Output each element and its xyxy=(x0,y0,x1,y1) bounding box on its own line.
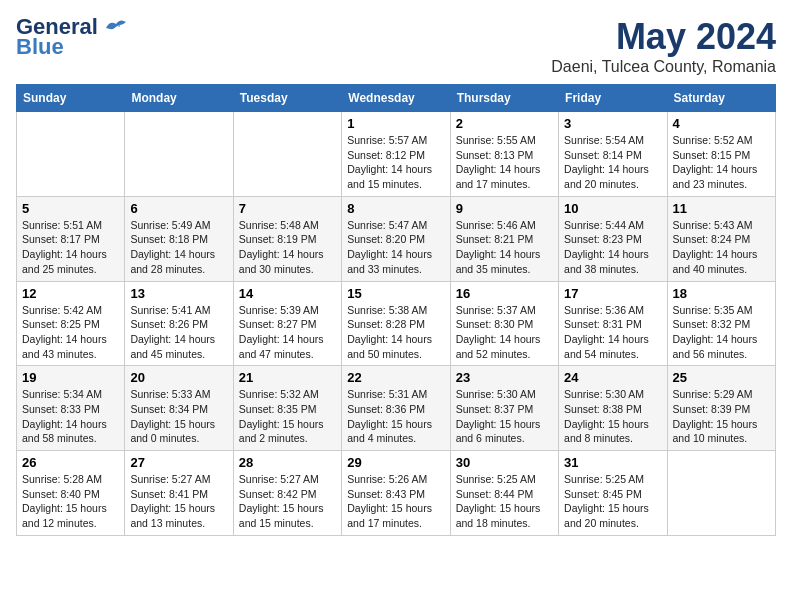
day-number: 25 xyxy=(673,370,770,385)
day-detail: Sunrise: 5:57 AM Sunset: 8:12 PM Dayligh… xyxy=(347,133,444,192)
day-detail: Sunrise: 5:52 AM Sunset: 8:15 PM Dayligh… xyxy=(673,133,770,192)
calendar-cell: 29Sunrise: 5:26 AM Sunset: 8:43 PM Dayli… xyxy=(342,451,450,536)
day-number: 4 xyxy=(673,116,770,131)
day-number: 16 xyxy=(456,286,553,301)
day-number: 17 xyxy=(564,286,661,301)
day-detail: Sunrise: 5:30 AM Sunset: 8:37 PM Dayligh… xyxy=(456,387,553,446)
day-detail: Sunrise: 5:51 AM Sunset: 8:17 PM Dayligh… xyxy=(22,218,119,277)
day-number: 10 xyxy=(564,201,661,216)
day-number: 9 xyxy=(456,201,553,216)
day-detail: Sunrise: 5:30 AM Sunset: 8:38 PM Dayligh… xyxy=(564,387,661,446)
calendar-cell: 16Sunrise: 5:37 AM Sunset: 8:30 PM Dayli… xyxy=(450,281,558,366)
calendar-cell: 26Sunrise: 5:28 AM Sunset: 8:40 PM Dayli… xyxy=(17,451,125,536)
calendar-cell: 31Sunrise: 5:25 AM Sunset: 8:45 PM Dayli… xyxy=(559,451,667,536)
day-detail: Sunrise: 5:47 AM Sunset: 8:20 PM Dayligh… xyxy=(347,218,444,277)
main-title: May 2024 xyxy=(551,16,776,58)
calendar-cell: 23Sunrise: 5:30 AM Sunset: 8:37 PM Dayli… xyxy=(450,366,558,451)
day-number: 11 xyxy=(673,201,770,216)
calendar-cell xyxy=(125,112,233,197)
day-number: 20 xyxy=(130,370,227,385)
day-number: 2 xyxy=(456,116,553,131)
day-detail: Sunrise: 5:25 AM Sunset: 8:45 PM Dayligh… xyxy=(564,472,661,531)
day-number: 13 xyxy=(130,286,227,301)
calendar-cell: 8Sunrise: 5:47 AM Sunset: 8:20 PM Daylig… xyxy=(342,196,450,281)
day-number: 27 xyxy=(130,455,227,470)
day-detail: Sunrise: 5:44 AM Sunset: 8:23 PM Dayligh… xyxy=(564,218,661,277)
day-number: 28 xyxy=(239,455,336,470)
weekday-header-thursday: Thursday xyxy=(450,85,558,112)
calendar-cell: 30Sunrise: 5:25 AM Sunset: 8:44 PM Dayli… xyxy=(450,451,558,536)
day-detail: Sunrise: 5:48 AM Sunset: 8:19 PM Dayligh… xyxy=(239,218,336,277)
day-detail: Sunrise: 5:32 AM Sunset: 8:35 PM Dayligh… xyxy=(239,387,336,446)
day-number: 26 xyxy=(22,455,119,470)
day-detail: Sunrise: 5:42 AM Sunset: 8:25 PM Dayligh… xyxy=(22,303,119,362)
day-detail: Sunrise: 5:28 AM Sunset: 8:40 PM Dayligh… xyxy=(22,472,119,531)
calendar-cell: 19Sunrise: 5:34 AM Sunset: 8:33 PM Dayli… xyxy=(17,366,125,451)
day-number: 24 xyxy=(564,370,661,385)
day-detail: Sunrise: 5:29 AM Sunset: 8:39 PM Dayligh… xyxy=(673,387,770,446)
day-detail: Sunrise: 5:54 AM Sunset: 8:14 PM Dayligh… xyxy=(564,133,661,192)
calendar-cell: 24Sunrise: 5:30 AM Sunset: 8:38 PM Dayli… xyxy=(559,366,667,451)
calendar-cell: 3Sunrise: 5:54 AM Sunset: 8:14 PM Daylig… xyxy=(559,112,667,197)
day-detail: Sunrise: 5:43 AM Sunset: 8:24 PM Dayligh… xyxy=(673,218,770,277)
day-detail: Sunrise: 5:33 AM Sunset: 8:34 PM Dayligh… xyxy=(130,387,227,446)
calendar-cell: 5Sunrise: 5:51 AM Sunset: 8:17 PM Daylig… xyxy=(17,196,125,281)
calendar-cell: 18Sunrise: 5:35 AM Sunset: 8:32 PM Dayli… xyxy=(667,281,775,366)
calendar-cell: 14Sunrise: 5:39 AM Sunset: 8:27 PM Dayli… xyxy=(233,281,341,366)
weekday-header-row: SundayMondayTuesdayWednesdayThursdayFrid… xyxy=(17,85,776,112)
day-detail: Sunrise: 5:35 AM Sunset: 8:32 PM Dayligh… xyxy=(673,303,770,362)
day-detail: Sunrise: 5:41 AM Sunset: 8:26 PM Dayligh… xyxy=(130,303,227,362)
day-number: 14 xyxy=(239,286,336,301)
calendar-cell: 13Sunrise: 5:41 AM Sunset: 8:26 PM Dayli… xyxy=(125,281,233,366)
calendar-cell xyxy=(233,112,341,197)
weekday-header-sunday: Sunday xyxy=(17,85,125,112)
day-number: 7 xyxy=(239,201,336,216)
day-detail: Sunrise: 5:49 AM Sunset: 8:18 PM Dayligh… xyxy=(130,218,227,277)
day-number: 22 xyxy=(347,370,444,385)
page-header: General Blue May 2024 Daeni, Tulcea Coun… xyxy=(16,16,776,76)
calendar-cell: 25Sunrise: 5:29 AM Sunset: 8:39 PM Dayli… xyxy=(667,366,775,451)
calendar-cell: 7Sunrise: 5:48 AM Sunset: 8:19 PM Daylig… xyxy=(233,196,341,281)
day-detail: Sunrise: 5:37 AM Sunset: 8:30 PM Dayligh… xyxy=(456,303,553,362)
day-number: 23 xyxy=(456,370,553,385)
calendar-cell: 10Sunrise: 5:44 AM Sunset: 8:23 PM Dayli… xyxy=(559,196,667,281)
weekday-header-monday: Monday xyxy=(125,85,233,112)
title-block: May 2024 Daeni, Tulcea County, Romania xyxy=(551,16,776,76)
calendar-cell: 11Sunrise: 5:43 AM Sunset: 8:24 PM Dayli… xyxy=(667,196,775,281)
weekday-header-saturday: Saturday xyxy=(667,85,775,112)
logo-bird-icon xyxy=(102,16,130,38)
calendar-table: SundayMondayTuesdayWednesdayThursdayFrid… xyxy=(16,84,776,536)
day-detail: Sunrise: 5:26 AM Sunset: 8:43 PM Dayligh… xyxy=(347,472,444,531)
day-detail: Sunrise: 5:38 AM Sunset: 8:28 PM Dayligh… xyxy=(347,303,444,362)
calendar-cell xyxy=(17,112,125,197)
day-detail: Sunrise: 5:46 AM Sunset: 8:21 PM Dayligh… xyxy=(456,218,553,277)
calendar-cell: 17Sunrise: 5:36 AM Sunset: 8:31 PM Dayli… xyxy=(559,281,667,366)
calendar-cell: 6Sunrise: 5:49 AM Sunset: 8:18 PM Daylig… xyxy=(125,196,233,281)
day-detail: Sunrise: 5:34 AM Sunset: 8:33 PM Dayligh… xyxy=(22,387,119,446)
day-number: 1 xyxy=(347,116,444,131)
logo-blue-text: Blue xyxy=(16,36,64,58)
subtitle: Daeni, Tulcea County, Romania xyxy=(551,58,776,76)
calendar-cell: 4Sunrise: 5:52 AM Sunset: 8:15 PM Daylig… xyxy=(667,112,775,197)
calendar-week-row: 1Sunrise: 5:57 AM Sunset: 8:12 PM Daylig… xyxy=(17,112,776,197)
calendar-week-row: 26Sunrise: 5:28 AM Sunset: 8:40 PM Dayli… xyxy=(17,451,776,536)
day-detail: Sunrise: 5:27 AM Sunset: 8:42 PM Dayligh… xyxy=(239,472,336,531)
calendar-cell: 15Sunrise: 5:38 AM Sunset: 8:28 PM Dayli… xyxy=(342,281,450,366)
day-number: 31 xyxy=(564,455,661,470)
weekday-header-tuesday: Tuesday xyxy=(233,85,341,112)
calendar-cell xyxy=(667,451,775,536)
logo: General Blue xyxy=(16,16,130,58)
day-detail: Sunrise: 5:39 AM Sunset: 8:27 PM Dayligh… xyxy=(239,303,336,362)
day-number: 12 xyxy=(22,286,119,301)
calendar-cell: 20Sunrise: 5:33 AM Sunset: 8:34 PM Dayli… xyxy=(125,366,233,451)
calendar-cell: 27Sunrise: 5:27 AM Sunset: 8:41 PM Dayli… xyxy=(125,451,233,536)
weekday-header-friday: Friday xyxy=(559,85,667,112)
day-number: 6 xyxy=(130,201,227,216)
day-number: 21 xyxy=(239,370,336,385)
calendar-cell: 28Sunrise: 5:27 AM Sunset: 8:42 PM Dayli… xyxy=(233,451,341,536)
calendar-cell: 2Sunrise: 5:55 AM Sunset: 8:13 PM Daylig… xyxy=(450,112,558,197)
calendar-week-row: 19Sunrise: 5:34 AM Sunset: 8:33 PM Dayli… xyxy=(17,366,776,451)
day-number: 8 xyxy=(347,201,444,216)
day-detail: Sunrise: 5:27 AM Sunset: 8:41 PM Dayligh… xyxy=(130,472,227,531)
day-number: 5 xyxy=(22,201,119,216)
